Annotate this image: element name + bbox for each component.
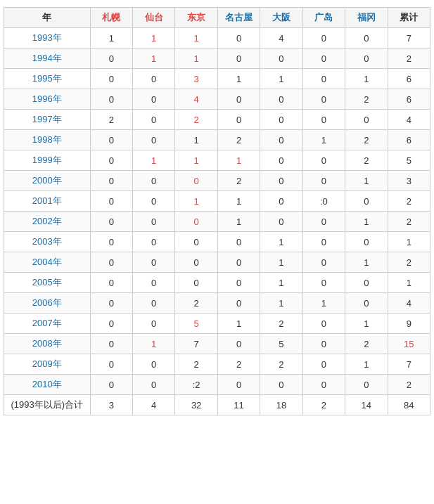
cell-total: 2 [388, 375, 430, 395]
table-row: 2000年00020013 [4, 171, 430, 191]
cell-year: 1995年 [4, 69, 91, 89]
cell-total: 7 [388, 354, 430, 375]
cell-sendai: 0 [133, 232, 175, 252]
cell-sapporo: 0 [90, 171, 132, 191]
cell-hiroshima: 0 [302, 49, 345, 69]
footer-sapporo: 3 [90, 395, 132, 415]
table-row: 2008年017050215 [4, 334, 430, 354]
cell-hiroshima: 0 [302, 232, 345, 252]
cell-tokyo: 4 [175, 89, 217, 110]
cell-fukuoka: 0 [345, 49, 388, 69]
cell-hiroshima: 0 [302, 150, 345, 171]
cell-sendai: 0 [133, 69, 175, 89]
cell-total: 5 [388, 150, 430, 171]
cell-total: 2 [388, 191, 430, 212]
cell-osaka: 2 [260, 354, 302, 375]
table-row: 2009年00222017 [4, 354, 430, 375]
table-row: 1995年00311016 [4, 69, 430, 89]
cell-sendai: 1 [133, 28, 175, 49]
cell-fukuoka: 2 [345, 89, 388, 110]
cell-year: 1993年 [4, 28, 91, 49]
cell-hiroshima: 1 [302, 130, 345, 150]
cell-sapporo: 0 [90, 89, 132, 110]
cell-nagoya: 0 [217, 334, 260, 354]
cell-sapporo: 0 [90, 191, 132, 212]
cell-sapporo: 0 [90, 252, 132, 273]
cell-sapporo: 0 [90, 49, 132, 69]
cell-tokyo: 3 [175, 69, 217, 89]
footer-tokyo: 32 [175, 395, 217, 415]
cell-sapporo: 0 [90, 212, 132, 232]
footer-label: (1993年以后)合计 [4, 395, 91, 415]
cell-hiroshima: 0 [302, 252, 345, 273]
cell-sendai: 1 [133, 49, 175, 69]
cell-fukuoka: 0 [345, 110, 388, 130]
cell-sendai: 0 [133, 89, 175, 110]
cell-sendai: 0 [133, 252, 175, 273]
cell-nagoya: 2 [217, 130, 260, 150]
cell-osaka: 4 [260, 28, 302, 49]
cell-tokyo: 1 [175, 191, 217, 212]
cell-sendai: 0 [133, 130, 175, 150]
cell-sapporo: 1 [90, 28, 132, 49]
cell-hiroshima: 0 [302, 28, 345, 49]
cell-nagoya: 0 [217, 110, 260, 130]
header-row: 年 札幌 仙台 东京 名古屋 大阪 广岛 福冈 累计 [4, 8, 430, 28]
cell-year: 2000年 [4, 171, 91, 191]
cell-fukuoka: 1 [345, 69, 388, 89]
cell-nagoya: 0 [217, 293, 260, 314]
cell-nagoya: 1 [217, 150, 260, 171]
cell-sendai: 0 [133, 293, 175, 314]
cell-sapporo: 0 [90, 130, 132, 150]
cell-year: 2004年 [4, 252, 91, 273]
cell-total: 3 [388, 171, 430, 191]
table-row: 1998年00120126 [4, 130, 430, 150]
cell-sendai: 0 [133, 314, 175, 334]
cell-hiroshima: 0 [302, 273, 345, 293]
cell-fukuoka: 1 [345, 354, 388, 375]
cell-hiroshima: 0 [302, 354, 345, 375]
cell-total: 7 [388, 28, 430, 49]
cell-tokyo: 1 [175, 28, 217, 49]
cell-fukuoka: 0 [345, 293, 388, 314]
cell-tokyo: 0 [175, 273, 217, 293]
cell-sapporo: 0 [90, 314, 132, 334]
cell-hiroshima: 0 [302, 375, 345, 395]
cell-hiroshima: 0 [302, 89, 345, 110]
table-row: 2002年00010012 [4, 212, 430, 232]
cell-year: 2009年 [4, 354, 91, 375]
cell-osaka: 0 [260, 150, 302, 171]
footer-fukuoka: 14 [345, 395, 388, 415]
cell-osaka: 0 [260, 171, 302, 191]
table-row: 2001年00110:002 [4, 191, 430, 212]
cell-year: 1997年 [4, 110, 91, 130]
cell-sendai: 0 [133, 212, 175, 232]
cell-sendai: 0 [133, 273, 175, 293]
cell-sapporo: 0 [90, 150, 132, 171]
cell-sendai: 0 [133, 110, 175, 130]
cell-sapporo: 0 [90, 375, 132, 395]
cell-year: 2003年 [4, 232, 91, 252]
cell-osaka: 1 [260, 293, 302, 314]
cell-tokyo: 0 [175, 212, 217, 232]
cell-osaka: 0 [260, 49, 302, 69]
cell-tokyo: 0 [175, 252, 217, 273]
cell-tokyo: 7 [175, 334, 217, 354]
cell-nagoya: 0 [217, 89, 260, 110]
cell-fukuoka: 0 [345, 28, 388, 49]
cell-hiroshima: 0 [302, 171, 345, 191]
cell-nagoya: 2 [217, 171, 260, 191]
cell-tokyo: 1 [175, 150, 217, 171]
cell-nagoya: 2 [217, 354, 260, 375]
cell-nagoya: 1 [217, 191, 260, 212]
cell-osaka: 5 [260, 334, 302, 354]
cell-hiroshima: 0 [302, 334, 345, 354]
cell-year: 1996年 [4, 89, 91, 110]
cell-total: 1 [388, 232, 430, 252]
cell-tokyo: 2 [175, 110, 217, 130]
cell-tokyo: 0 [175, 232, 217, 252]
cell-tokyo: 1 [175, 49, 217, 69]
cell-year: 1998年 [4, 130, 91, 150]
cell-sendai: 1 [133, 150, 175, 171]
cell-fukuoka: 2 [345, 334, 388, 354]
